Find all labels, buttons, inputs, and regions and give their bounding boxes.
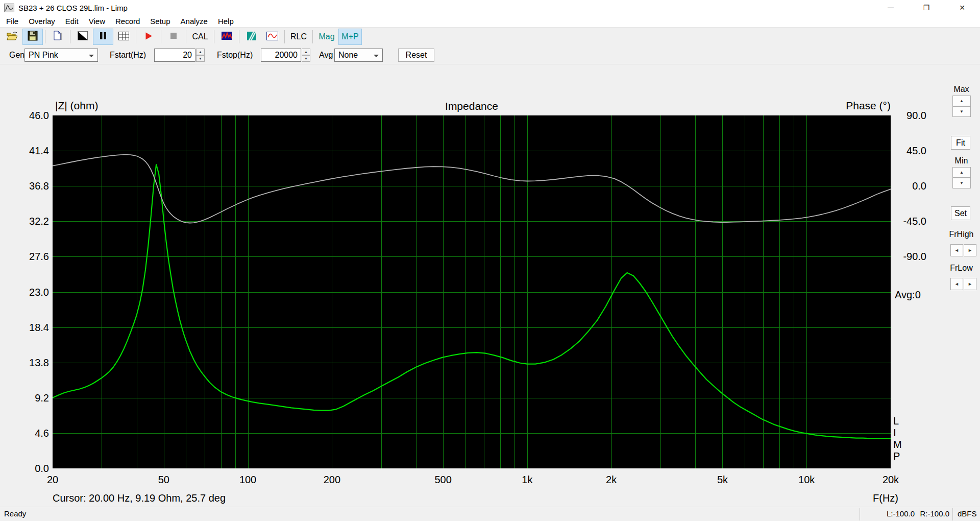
x-tick-label: 2k [606, 474, 617, 486]
frhigh-right-button[interactable]: ► [964, 244, 976, 256]
table-view-button[interactable] [113, 29, 134, 45]
left-tick-label: 23.0 [14, 287, 49, 298]
avg-select[interactable]: None [334, 49, 383, 62]
right-tick-label: 90.0 [895, 110, 926, 121]
status-left-level: L:-100.0 [863, 509, 915, 518]
menu-item-analyze[interactable]: Analyze [176, 15, 213, 27]
copy-page-icon [53, 31, 63, 43]
x-tick-label: 20 [47, 474, 58, 486]
frhigh-left-button[interactable]: ◄ [950, 244, 963, 256]
copy-button[interactable] [47, 29, 68, 45]
status-right-level: R:-100.0 [917, 509, 949, 518]
min-up-button[interactable]: ▲ [952, 167, 971, 178]
menu-item-record[interactable]: Record [110, 15, 145, 27]
stop-icon [170, 32, 177, 41]
close-button[interactable]: ✕ [944, 0, 980, 15]
menu-item-edit[interactable]: Edit [60, 15, 84, 27]
mag-button[interactable]: Mag [315, 29, 338, 45]
status-separator [860, 508, 860, 520]
window-controls: —❐✕ [873, 0, 980, 15]
pause-button[interactable] [93, 29, 113, 45]
x-tick-label: 10k [798, 474, 815, 486]
x-tick-label: 500 [434, 474, 451, 486]
set-button[interactable]: Set [951, 206, 970, 220]
right-tick-label: 0.0 [895, 180, 926, 192]
control-bar: Gen PN Pink Fstart(Hz) ▲ ▼ Fstop(Hz) ▲ ▼… [0, 46, 980, 64]
overlay-button[interactable] [241, 29, 262, 45]
bw-background-button[interactable] [72, 29, 93, 45]
app-icon [4, 4, 14, 12]
spectrum-icon [222, 32, 232, 42]
fstart-stepper[interactable]: ▲ ▼ [196, 49, 205, 62]
frlow-right-button[interactable]: ► [964, 278, 976, 290]
menu-item-file[interactable]: File [1, 15, 23, 27]
pause-icon [100, 32, 107, 42]
rlc-button[interactable]: RLC [287, 29, 310, 45]
teal-stripes-icon [247, 32, 256, 42]
x-tick-label: 200 [324, 474, 340, 486]
up-arrow-icon: ▲ [960, 99, 964, 103]
toolbar-separator [284, 30, 285, 43]
spin-up-icon[interactable]: ▲ [196, 49, 205, 55]
chevron-down-icon [374, 55, 379, 57]
min-down-button[interactable]: ▼ [952, 178, 971, 188]
record-button[interactable] [138, 29, 159, 45]
menu-item-view[interactable]: View [84, 15, 110, 27]
floppy-icon [28, 31, 38, 43]
right-tick-label: -90.0 [895, 251, 926, 262]
open-button[interactable] [2, 29, 22, 45]
generator-value: PN Pink [29, 51, 58, 60]
spectrum-button[interactable] [216, 29, 237, 45]
fstop-input[interactable] [261, 49, 301, 62]
save-button[interactable] [22, 29, 43, 45]
spin-up-icon[interactable]: ▲ [302, 49, 310, 55]
watermark-letter: P [893, 451, 902, 462]
x-tick-label: 5k [717, 474, 728, 486]
left-tick-label: 0.0 [14, 463, 49, 474]
status-ready: Ready [4, 509, 26, 518]
stop-button[interactable] [163, 29, 184, 45]
fit-button[interactable]: Fit [951, 136, 970, 150]
cal-button[interactable]: CAL [188, 29, 212, 45]
max-down-button[interactable]: ▼ [952, 106, 971, 117]
left-tick-label: 32.2 [14, 216, 49, 227]
fstop-label: Fstop(Hz) [217, 46, 253, 64]
reset-button-label: Reset [406, 51, 427, 60]
set-button-label: Set [954, 209, 967, 218]
restore-button[interactable]: ❐ [909, 0, 944, 15]
max-up-button[interactable]: ▲ [952, 96, 971, 106]
left-tick-label: 13.8 [14, 357, 49, 368]
spin-down-icon[interactable]: ▼ [196, 55, 205, 62]
x-axis-title: F(Hz) [827, 492, 898, 504]
reset-button[interactable]: Reset [398, 49, 434, 62]
left-tick-label: 27.6 [14, 251, 49, 262]
watermark-letter: L [893, 415, 902, 427]
toolbar-separator [136, 30, 136, 43]
avg-label: Avg [319, 46, 333, 64]
impedance-plot[interactable] [53, 115, 891, 468]
generator-select[interactable]: PN Pink [24, 49, 98, 62]
frlow-left-button[interactable]: ◄ [950, 278, 963, 290]
x-tick-label: 20k [883, 474, 899, 486]
table-grid-icon [118, 32, 129, 42]
left-tick-label: 36.8 [14, 180, 49, 192]
phase-curve [53, 155, 891, 223]
play-icon [144, 32, 153, 42]
fstop-stepper[interactable]: ▲ ▼ [302, 49, 310, 62]
menu-item-setup[interactable]: Setup [145, 15, 175, 27]
mp-button[interactable]: M+P [338, 29, 362, 45]
right-arrow-icon: ► [968, 248, 972, 253]
toolbar-separator [312, 30, 313, 43]
menu-item-overlay[interactable]: Overlay [23, 15, 60, 27]
menu-item-help[interactable]: Help [213, 15, 239, 27]
minimize-button[interactable]: — [873, 0, 909, 15]
signal-button[interactable] [262, 29, 282, 45]
toolbar: CALRLCMagM+P [0, 27, 980, 46]
fstart-input[interactable] [154, 49, 195, 62]
watermark-letter: M [893, 439, 902, 451]
spin-down-icon[interactable]: ▼ [302, 55, 310, 62]
x-tick-label: 1k [522, 474, 532, 486]
left-tick-label: 41.4 [14, 145, 49, 156]
right-tick-label: 45.0 [895, 145, 926, 156]
avg-value: None [338, 51, 358, 60]
